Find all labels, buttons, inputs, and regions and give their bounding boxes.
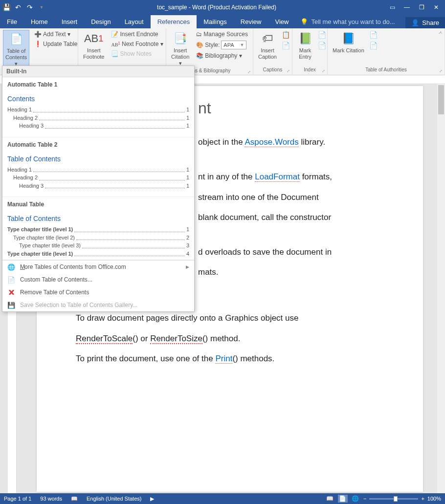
tab-review[interactable]: Review <box>234 15 268 28</box>
manage-sources-icon: 🗂 <box>196 31 202 38</box>
endnote-icon: 📝 <box>111 31 118 38</box>
tab-layout[interactable]: Layout <box>118 15 151 28</box>
office-icon: 🌐 <box>7 263 15 271</box>
show-notes-icon: 📃 <box>111 50 118 57</box>
web-layout-icon[interactable]: 🌐 <box>351 495 360 503</box>
toc-icon: 📄 <box>8 31 24 47</box>
style-icon: 🎨 <box>196 42 203 48</box>
link-aspose[interactable]: Aspose.Words <box>245 137 298 147</box>
chevron-right-icon: ▶ <box>186 264 189 269</box>
tab-design[interactable]: Design <box>84 15 117 28</box>
remove-toc-button[interactable]: 🗙Remove Table of Contents <box>2 286 194 299</box>
tab-references[interactable]: References <box>151 15 197 28</box>
insert-toa-icon[interactable]: 📄 <box>369 31 378 39</box>
add-text-button[interactable]: ➕Add Text ▾ <box>32 30 80 39</box>
update-index-icon[interactable]: 📄 <box>318 42 326 49</box>
share-button[interactable]: 👤Share <box>405 17 445 28</box>
ribbon-display-icon[interactable]: ▭ <box>385 2 399 13</box>
qat-more-icon[interactable]: ▼ <box>38 3 45 11</box>
quick-access-toolbar: 💾 ↶ ↷ ▼ <box>0 3 48 11</box>
restore-icon[interactable]: ❐ <box>415 2 428 13</box>
remove-icon: 🗙 <box>7 288 15 296</box>
share-icon: 👤 <box>411 19 419 26</box>
toc-option-auto1[interactable]: Automatic Table 1 Contents Heading 11 He… <box>2 77 194 137</box>
custom-toc-button[interactable]: 📄Custom Table of Contents... <box>2 273 194 286</box>
zoom-level[interactable]: 100% <box>427 496 441 502</box>
macro-icon[interactable]: ▶ <box>150 496 154 502</box>
lightbulb-icon: 💡 <box>300 18 308 25</box>
footnote-icon: AB1 <box>86 31 102 46</box>
status-page[interactable]: Page 1 of 1 <box>4 496 31 502</box>
update-icon: ❗ <box>34 41 42 47</box>
toc-dropdown: Built-In Automatic Table 1 Contents Head… <box>2 66 195 312</box>
group-captions: 🏷 Insert Caption 📋 📄 Captions <box>253 28 292 75</box>
tell-me-input[interactable]: 💡Tell me what you want to do... <box>295 15 405 28</box>
cross-ref-icon[interactable]: 📋 <box>282 31 290 39</box>
biblio-icon: 📚 <box>196 52 203 59</box>
style-select[interactable]: 🎨Style: APA▼ <box>194 40 250 50</box>
more-toc-button[interactable]: 🌐More Tables of Contents from Office.com… <box>2 261 194 273</box>
tab-home[interactable]: Home <box>24 15 55 28</box>
dropdown-menu: 🌐More Tables of Contents from Office.com… <box>2 260 194 311</box>
tab-view[interactable]: View <box>268 15 295 28</box>
ribbon-tabs: File Home Insert Design Layout Reference… <box>0 15 445 28</box>
group-toa: 📘 Mark Citation 📄 📄 Table of Authorities <box>328 28 445 75</box>
mark-citation-icon: 📘 <box>340 31 356 46</box>
link-print[interactable]: Print <box>215 354 232 364</box>
next-footnote-button[interactable]: AB1Next Footnote ▾ <box>109 40 165 48</box>
group-label-index: Index <box>295 67 324 73</box>
tab-file[interactable]: File <box>0 15 24 28</box>
status-words[interactable]: 93 words <box>40 496 62 502</box>
read-mode-icon[interactable]: 📖 <box>325 495 335 503</box>
insert-endnote-button[interactable]: 📝Insert Endnote <box>109 30 165 39</box>
save-selection-button: 💾Save Selection to Table of Contents Gal… <box>2 299 194 311</box>
link-rendertosize[interactable]: RenderToSize <box>150 334 202 344</box>
close-icon[interactable]: ✕ <box>429 2 443 13</box>
zoom-thumb[interactable] <box>394 496 398 502</box>
manage-sources-button[interactable]: 🗂Manage Sources <box>194 30 250 39</box>
titlebar: 💾 ↶ ↷ ▼ toc_sample - Word (Product Activ… <box>0 0 445 15</box>
insert-caption-button[interactable]: 🏷 Insert Caption <box>256 30 279 61</box>
table-of-contents-button[interactable]: 📄 Table of Contents ▾ <box>3 30 29 69</box>
minimize-icon[interactable]: — <box>400 2 414 13</box>
mark-entry-icon: 📗 <box>297 31 313 46</box>
insert-index-icon[interactable]: 📄 <box>318 31 326 39</box>
group-label-toa: Table of Authorities <box>331 67 442 73</box>
update-table-button[interactable]: ❗Update Table <box>32 40 80 48</box>
window-controls: ▭ — ❐ ✕ <box>385 2 445 13</box>
toc-option-manual[interactable]: Manual Table Table of Contents Type chap… <box>2 197 194 260</box>
add-text-icon: ➕ <box>34 31 42 38</box>
link-rendertoscale[interactable]: RenderToScale <box>76 334 133 344</box>
print-layout-icon[interactable]: 📄 <box>338 495 348 503</box>
zoom-in-button[interactable]: + <box>421 496 424 502</box>
save-icon[interactable]: 💾 <box>2 3 10 11</box>
caption-icon: 🏷 <box>260 31 275 46</box>
zoom-out-button[interactable]: − <box>363 496 366 502</box>
mark-citation-button[interactable]: 📘 Mark Citation <box>331 30 366 55</box>
scroll-thumb[interactable] <box>438 85 444 114</box>
zoom-slider[interactable] <box>369 498 418 500</box>
status-language[interactable]: English (United States) <box>87 496 142 502</box>
show-notes-button[interactable]: 📃Show Notes <box>109 49 165 58</box>
redo-icon[interactable]: ↷ <box>26 3 34 11</box>
vertical-scrollbar[interactable] <box>437 84 445 493</box>
update-caption-icon[interactable]: 📄 <box>282 42 290 49</box>
collapse-ribbon-icon[interactable]: ㅅ <box>438 29 443 36</box>
insert-citation-button[interactable]: 📑 Insert Citation ▾ <box>169 30 191 68</box>
toc-option-auto2[interactable]: Automatic Table 2 Table of Contents Head… <box>2 137 194 197</box>
insert-footnote-button[interactable]: AB1 Insert Footnote <box>81 30 106 61</box>
undo-icon[interactable]: ↶ <box>14 3 22 11</box>
link-loadformat[interactable]: LoadFormat <box>255 172 300 182</box>
window-title: toc_sample - Word (Product Activation Fa… <box>48 4 385 11</box>
group-label-captions: Captions <box>256 67 289 73</box>
statusbar: Page 1 of 1 93 words 📖 English (United S… <box>0 493 445 504</box>
tab-mailings[interactable]: Mailings <box>197 15 234 28</box>
dropdown-header: Built-In <box>2 66 194 77</box>
bibliography-button[interactable]: 📚Bibliography ▾ <box>194 51 250 60</box>
save-gallery-icon: 💾 <box>7 301 15 309</box>
group-index: 📗 Mark Entry 📄 📄 Index <box>292 28 328 75</box>
proofing-icon[interactable]: 📖 <box>71 496 78 502</box>
update-toa-icon[interactable]: 📄 <box>369 42 378 49</box>
tab-insert[interactable]: Insert <box>55 15 85 28</box>
mark-entry-button[interactable]: 📗 Mark Entry <box>295 30 315 61</box>
